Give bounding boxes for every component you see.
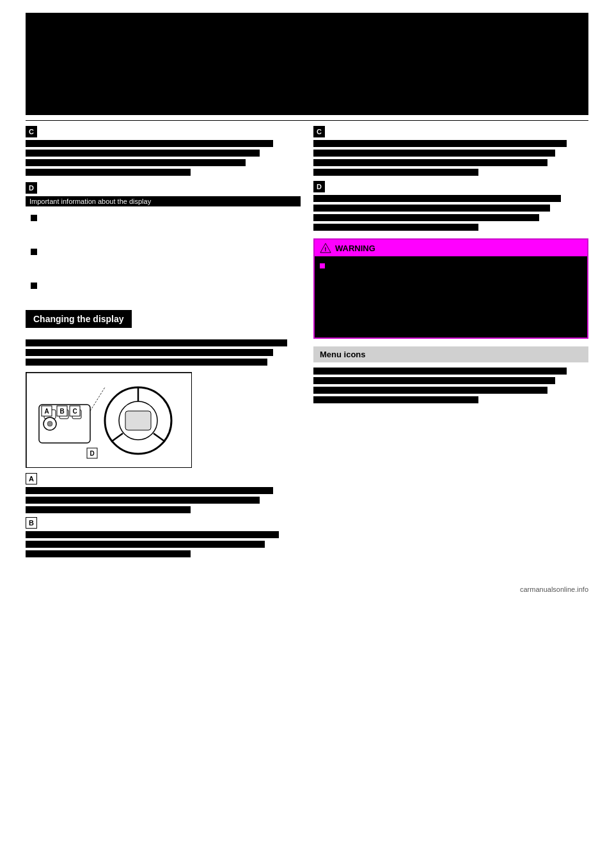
changing-display-header: Changing the display xyxy=(26,310,132,328)
footer-watermark: carmanualsonline.info xyxy=(26,585,588,593)
svg-text:C: C xyxy=(72,408,77,415)
steering-svg: A B C xyxy=(26,373,192,468)
bullet-row-2 xyxy=(31,247,301,275)
right-column: C D ! xyxy=(313,126,588,560)
left-column: C D Important information about the disp… xyxy=(26,126,301,560)
bullet-section-3 xyxy=(26,281,301,300)
changing-display-intro-text xyxy=(26,339,301,366)
menu-icons-header: Menu icons xyxy=(313,346,588,362)
badge-c-left: C xyxy=(26,126,37,137)
b-desc-3 xyxy=(26,550,191,557)
text-line-3 xyxy=(26,159,246,166)
warning-box: ! WARNING xyxy=(313,238,588,339)
bullet-square-2 xyxy=(31,249,37,255)
warning-bullet-square-1 xyxy=(320,263,325,268)
mi-text-2 xyxy=(313,377,555,384)
svg-text:D: D xyxy=(90,450,94,457)
page-container: C D Important information about the disp… xyxy=(0,0,614,868)
svg-text:B: B xyxy=(59,408,64,415)
a-desc-3 xyxy=(26,506,191,513)
bullet-section-1 xyxy=(26,213,301,242)
cd-text-3 xyxy=(26,359,267,366)
badge-a-wrapper: A xyxy=(26,473,301,513)
bullet-square-1 xyxy=(31,215,37,221)
bullet-row-1 xyxy=(31,213,301,242)
badge-b-description xyxy=(26,531,301,557)
bullet-section-2 xyxy=(26,247,301,275)
two-col-upper: C D Important information about the disp… xyxy=(26,126,588,560)
a-desc-2 xyxy=(26,497,260,504)
badge-d-right: D xyxy=(313,181,325,192)
left-col-text-top xyxy=(26,140,301,176)
svg-rect-18 xyxy=(125,411,151,430)
cd-text-2 xyxy=(26,349,273,356)
top-divider xyxy=(26,120,588,121)
badge-b: B xyxy=(26,517,37,529)
badge-c-right: C xyxy=(313,126,325,137)
text-line-2 xyxy=(26,150,260,157)
text-line-1 xyxy=(26,140,273,147)
rd-text-4 xyxy=(313,224,478,231)
section-header-wrapper: Changing the display xyxy=(26,310,301,334)
right-col-text-top xyxy=(313,140,588,176)
svg-text:A: A xyxy=(44,408,49,415)
warning-bullet-1 xyxy=(320,261,582,329)
bullet-square-3 xyxy=(31,283,37,289)
mi-text-4 xyxy=(313,396,478,403)
svg-text:!: ! xyxy=(324,245,326,252)
b-desc-1 xyxy=(26,531,279,538)
r-text-1 xyxy=(313,140,567,147)
r-text-2 xyxy=(313,150,555,157)
d-section: D Important information about the displa… xyxy=(26,182,301,210)
b-desc-2 xyxy=(26,541,265,548)
warning-header: ! WARNING xyxy=(315,240,587,256)
warning-label: WARNING xyxy=(335,244,375,253)
badge-b-wrapper: B xyxy=(26,517,301,557)
rd-text-3 xyxy=(313,214,539,221)
mi-text-3 xyxy=(313,387,547,394)
cd-text-1 xyxy=(26,339,287,346)
r-text-4 xyxy=(313,169,478,176)
badge-d-left: D xyxy=(26,182,37,194)
text-line-4 xyxy=(26,169,191,176)
bullet-row-3 xyxy=(31,281,301,300)
warning-body xyxy=(315,256,587,337)
mi-text-1 xyxy=(313,368,567,375)
warning-icon: ! xyxy=(320,242,331,254)
right-col-text-d xyxy=(313,195,588,231)
badge-a-description xyxy=(26,487,301,513)
menu-icons-content xyxy=(313,368,588,403)
r-text-3 xyxy=(313,159,547,166)
rd-text-1 xyxy=(313,195,561,202)
a-desc-1 xyxy=(26,487,273,494)
highlight-bar: Important information about the display xyxy=(26,196,301,206)
rd-text-2 xyxy=(313,205,550,212)
badge-a: A xyxy=(26,473,37,484)
svg-point-6 xyxy=(47,421,52,426)
steering-diagram: A B C xyxy=(26,372,192,468)
top-black-area xyxy=(26,13,588,115)
